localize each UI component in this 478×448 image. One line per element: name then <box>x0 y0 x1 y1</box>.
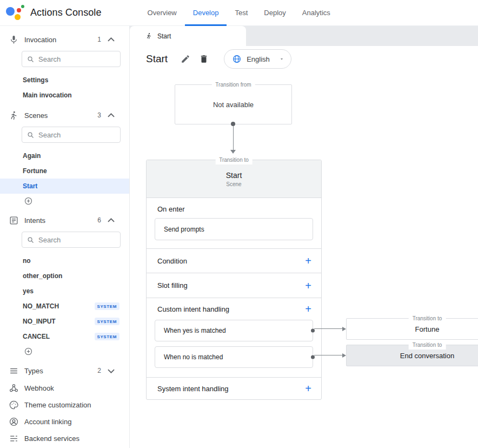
sidebar-item-no[interactable]: no <box>0 253 129 268</box>
add-circle-icon[interactable] <box>24 196 33 206</box>
mic-icon <box>9 35 19 45</box>
add-system-intent-button[interactable]: + <box>303 383 314 394</box>
sidebar-item-main-invocation[interactable]: Main invocation <box>0 88 129 103</box>
system-intent-label: System intent handling <box>157 385 229 393</box>
handler-when-no[interactable]: When no is matched <box>155 346 313 368</box>
intents-icon <box>9 215 19 226</box>
section-count: 3 <box>97 111 101 119</box>
handler-when-yes[interactable]: When yes is matched <box>155 320 313 341</box>
search-icon <box>26 131 35 139</box>
transition-to-label: Transition to <box>409 341 446 350</box>
on-enter-section: On enter Send prompts <box>147 198 321 248</box>
system-intent-row: System intent handling + <box>147 377 321 399</box>
scene-card: Transition to Start Scene On enter Send … <box>146 160 322 400</box>
sidebar-item-other-option[interactable]: other_option <box>0 268 129 284</box>
scene-card-header: Start Scene <box>147 160 321 198</box>
condition-label: Condition <box>157 257 187 265</box>
dropdown-caret-icon <box>279 56 284 62</box>
add-intent-row <box>0 344 129 358</box>
connector-arrow-right <box>314 328 345 329</box>
search-icon <box>26 55 35 63</box>
tab-start[interactable]: Start <box>130 26 246 46</box>
chevron-up-icon[interactable] <box>106 215 116 226</box>
connector-dot <box>231 122 235 126</box>
scene-icon <box>145 32 152 39</box>
nav-test[interactable]: Test <box>227 0 256 26</box>
nav-develop[interactable]: Develop <box>185 0 227 26</box>
edit-button[interactable] <box>181 54 190 64</box>
add-slot-button[interactable]: + <box>303 280 314 291</box>
sidebar-item-fortune[interactable]: Fortune <box>0 163 129 179</box>
chevron-down-icon[interactable] <box>106 366 116 376</box>
scene-canvas: Transition from Not available Transition… <box>130 72 478 448</box>
section-label: Intents <box>24 216 45 225</box>
send-prompts-button[interactable]: Send prompts <box>155 218 313 240</box>
transition-from-value: Not available <box>213 101 254 109</box>
scenes-search-input[interactable] <box>38 131 116 139</box>
language-selector[interactable]: English <box>224 49 291 69</box>
transition-to-label: Transition to <box>215 156 253 164</box>
on-enter-label: On enter <box>155 205 313 213</box>
webhook-icon <box>9 383 19 393</box>
invocation-search-input[interactable] <box>38 55 116 63</box>
chevron-up-icon[interactable] <box>106 110 116 121</box>
section-label: Invocation <box>24 36 56 44</box>
section-count: 6 <box>97 216 101 224</box>
sidebar-section-types[interactable]: Types 2 <box>0 361 129 380</box>
add-custom-intent-button[interactable]: + <box>303 304 314 314</box>
sidebar-item-yes[interactable]: yes <box>0 284 129 299</box>
sidebar-section-invocation[interactable]: Invocation 1 <box>0 30 129 49</box>
connector-arrow-right <box>314 355 345 355</box>
transition-target-fortune[interactable]: Transition to Fortune <box>346 318 478 340</box>
scene-toolbar: Start English <box>130 46 478 72</box>
nav-analytics[interactable]: Analytics <box>294 0 338 26</box>
language-value: English <box>247 55 270 63</box>
account-icon <box>9 417 19 427</box>
add-scene-row <box>0 194 129 208</box>
sidebar-item-theme-customization[interactable]: Theme customization <box>0 397 129 413</box>
main-area: Start Start English Transition from Not … <box>130 26 478 448</box>
sidebar-item-no-match[interactable]: NO_MATCHSYSTEM <box>0 299 129 314</box>
intents-search[interactable] <box>22 232 121 248</box>
custom-intent-label: Custom intent handling <box>157 305 229 313</box>
tab-label: Start <box>157 32 171 40</box>
system-badge: SYSTEM <box>95 333 120 340</box>
app-header: Actions Console Overview Develop Test De… <box>0 0 478 26</box>
sidebar-item-again[interactable]: Again <box>0 148 129 163</box>
sidebar-item-backend-services[interactable]: Backend services <box>0 430 129 447</box>
nav-deploy[interactable]: Deploy <box>256 0 294 26</box>
custom-intent-section: Custom intent handling + When yes is mat… <box>147 298 321 377</box>
invocation-search[interactable] <box>22 51 121 67</box>
slot-filling-label: Slot filling <box>157 281 188 289</box>
nav-overview[interactable]: Overview <box>140 0 185 26</box>
scene-card-subtitle: Scene <box>226 181 241 187</box>
assistant-logo[interactable] <box>4 3 25 23</box>
system-badge: SYSTEM <box>95 318 120 325</box>
globe-icon <box>232 54 242 64</box>
connector-dot <box>311 329 315 333</box>
tab-strip: Start <box>130 26 478 46</box>
add-condition-button[interactable]: + <box>303 255 314 266</box>
scenes-search[interactable] <box>22 127 121 143</box>
sidebar-item-settings[interactable]: Settings <box>0 73 129 88</box>
section-count: 2 <box>97 367 101 374</box>
sidebar: Invocation 1 Settings Main invocation Sc… <box>0 26 130 448</box>
chevron-up-icon[interactable] <box>106 35 116 45</box>
sidebar-item-webhook[interactable]: Webhook <box>0 380 129 397</box>
sidebar-item-start[interactable]: Start <box>0 179 129 194</box>
sidebar-item-no-input[interactable]: NO_INPUTSYSTEM <box>0 314 129 329</box>
trash-icon <box>199 54 209 64</box>
sidebar-item-account-linking[interactable]: Account linking <box>0 413 129 430</box>
intents-search-input[interactable] <box>38 236 116 244</box>
sidebar-section-scenes[interactable]: Scenes 3 <box>0 106 129 124</box>
transition-target-end-conversation[interactable]: Transition to End conversation <box>346 345 478 366</box>
transition-from-label: Transition from <box>211 81 255 89</box>
sidebar-section-intents[interactable]: Intents 6 <box>0 211 129 229</box>
types-icon <box>9 366 19 376</box>
delete-button[interactable] <box>199 54 209 64</box>
add-circle-icon[interactable] <box>24 347 33 356</box>
sidebar-item-cancel[interactable]: CANCELSYSTEM <box>0 329 129 344</box>
connector-line <box>233 126 234 150</box>
main-nav: Overview Develop Test Deploy Analytics <box>140 0 338 26</box>
section-label: Scenes <box>24 111 48 120</box>
